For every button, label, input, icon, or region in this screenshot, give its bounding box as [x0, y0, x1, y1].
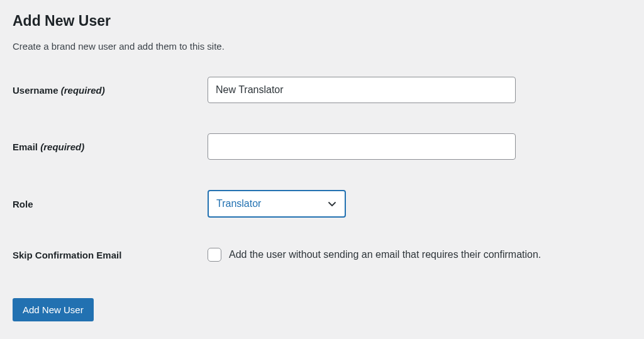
skip-confirmation-checkbox[interactable]: [208, 248, 221, 262]
email-row: Email (required): [13, 133, 631, 160]
email-required-text: (required): [40, 142, 84, 152]
role-row: Role Translator: [13, 190, 631, 218]
username-row: Username (required): [13, 77, 631, 103]
page-description: Create a brand new user and add them to …: [13, 41, 631, 52]
skip-confirmation-control: Add the user without sending an email th…: [208, 248, 541, 262]
skip-confirmation-checkbox-label: Add the user without sending an email th…: [229, 249, 541, 260]
email-label: Email (required): [13, 142, 208, 152]
role-select-value: Translator: [216, 198, 261, 209]
username-label: Username (required): [13, 85, 208, 96]
username-required-text: (required): [61, 85, 105, 96]
skip-confirmation-label: Skip Confirmation Email: [13, 250, 208, 260]
username-input[interactable]: [208, 77, 516, 103]
page-title: Add New User: [13, 13, 631, 30]
skip-confirmation-row: Skip Confirmation Email Add the user wit…: [13, 248, 631, 262]
username-label-text: Username: [13, 85, 58, 96]
email-label-text: Email: [13, 142, 38, 152]
role-label: Role: [13, 199, 208, 209]
chevron-down-icon: [327, 199, 337, 209]
add-new-user-button[interactable]: Add New User: [13, 298, 94, 321]
email-input[interactable]: [208, 133, 516, 160]
role-select[interactable]: Translator: [208, 190, 346, 218]
